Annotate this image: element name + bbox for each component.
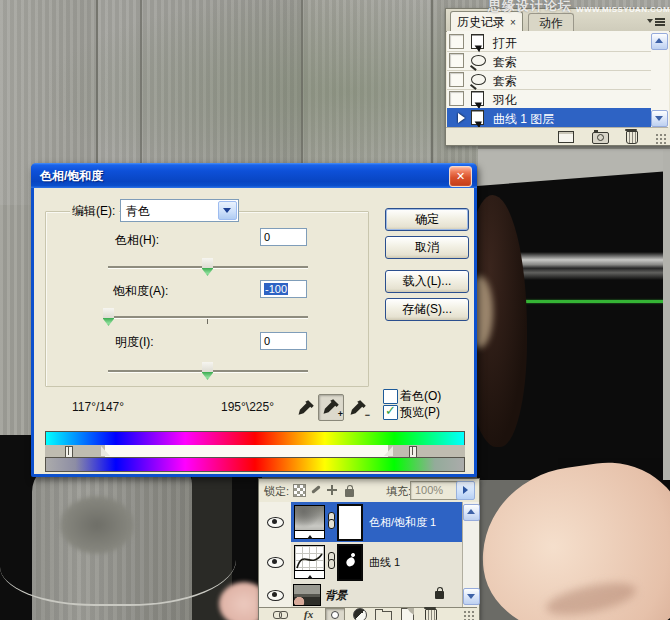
background-thumbnail[interactable] xyxy=(293,584,321,606)
scroll-up-icon[interactable] xyxy=(651,33,668,50)
eyedropper-subtract-icon[interactable]: − xyxy=(346,396,370,421)
history-row[interactable]: 打开 xyxy=(447,32,651,52)
history-source-well[interactable] xyxy=(449,72,464,87)
new-document-from-state-icon[interactable] xyxy=(558,131,574,143)
layer-row-hue-saturation[interactable]: 色相/饱和度 1 xyxy=(259,502,462,542)
adjustment-layer-icon[interactable] xyxy=(353,608,367,620)
ok-button[interactable]: 确定 xyxy=(385,208,469,231)
edit-dropdown-value: 青色 xyxy=(126,203,150,220)
preview-checkbox[interactable]: ✓ xyxy=(383,405,398,420)
layers-panel: 锁定: 填充: 100% 色相/饱和度 1 xyxy=(258,478,480,620)
eye-icon[interactable] xyxy=(267,590,284,601)
fill-arrow-icon[interactable] xyxy=(456,481,475,500)
scroll-down-icon[interactable] xyxy=(463,588,480,605)
eye-icon[interactable] xyxy=(267,517,284,528)
eyedropper-icon[interactable] xyxy=(294,396,318,421)
range-marker-strip xyxy=(45,445,465,457)
history-row[interactable]: 羽化 xyxy=(447,89,651,109)
saturation-input[interactable]: -100 xyxy=(260,280,307,298)
colorize-label: 着色(O) xyxy=(400,388,441,405)
layer-row-background[interactable]: 背景 xyxy=(259,582,462,607)
snapshot-camera-icon[interactable] xyxy=(592,132,609,144)
eyedropper-add-icon[interactable]: + xyxy=(318,394,344,421)
preview-label: 预览(P) xyxy=(400,404,440,421)
photoshop-screenshot: 色相/饱和度 ✕ 编辑(E): 青色 色相(H): 0 饱和度(A): -100 xyxy=(0,0,670,620)
layer-row-body[interactable]: 色相/饱和度 1 xyxy=(291,502,462,543)
dialog-body: 编辑(E): 青色 色相(H): 0 饱和度(A): -100 明度(I): xyxy=(34,188,474,474)
resize-grip[interactable] xyxy=(654,132,668,145)
load-button[interactable]: 载入(L)... xyxy=(385,270,469,293)
document-icon xyxy=(471,110,484,125)
layer-name[interactable]: 背景 xyxy=(325,588,347,603)
selected-text: -100 xyxy=(264,283,288,295)
eye-icon[interactable] xyxy=(267,557,284,568)
photo-right-edge xyxy=(663,150,670,480)
fill-label: 填充: xyxy=(386,484,411,499)
document-icon xyxy=(471,91,484,106)
curves-thumbnail[interactable] xyxy=(294,545,325,579)
save-button[interactable]: 存储(S)... xyxy=(385,298,469,321)
new-layer-icon[interactable] xyxy=(401,608,414,620)
link-layers-icon[interactable] xyxy=(273,611,289,619)
tab-history[interactable]: 历史记录× xyxy=(450,11,523,33)
layer-row-curves[interactable]: 曲线 1 xyxy=(259,542,462,582)
trash-icon[interactable] xyxy=(626,131,638,144)
add-mask-icon[interactable] xyxy=(325,608,345,620)
history-source-well[interactable] xyxy=(449,91,464,106)
saturation-slider-track[interactable] xyxy=(108,316,308,319)
history-tabbar: 历史记录× 动作 xyxy=(446,9,670,32)
history-source-well[interactable] xyxy=(449,34,464,49)
history-source-well[interactable] xyxy=(449,53,464,68)
hue-ramp-result xyxy=(45,457,465,472)
adjustment-thumbnail[interactable] xyxy=(294,505,325,539)
link-mask-icon[interactable] xyxy=(327,512,335,528)
resize-grip[interactable] xyxy=(462,609,476,620)
close-icon[interactable]: ✕ xyxy=(449,166,472,187)
edit-dropdown[interactable]: 青色 xyxy=(120,199,239,222)
cancel-button[interactable]: 取消 xyxy=(385,236,469,259)
history-panel: 历史记录× 动作 打开 套索 套索 xyxy=(445,8,670,146)
hue-ramp-original xyxy=(45,431,465,446)
trash-icon[interactable] xyxy=(425,609,437,620)
layers-lock-row: 锁定: 填充: 100% xyxy=(259,479,477,503)
colorize-checkbox[interactable] xyxy=(383,389,398,404)
lock-position-icon[interactable] xyxy=(326,484,338,496)
layer-style-icon[interactable]: fx xyxy=(304,608,313,620)
scroll-up-icon[interactable] xyxy=(463,504,480,521)
history-row-selected[interactable]: 曲线 1 图层 xyxy=(447,108,651,128)
layers-scrollbar[interactable] xyxy=(462,502,479,607)
hue-label: 色相(H): xyxy=(115,232,159,249)
hue-input[interactable]: 0 xyxy=(260,228,307,246)
visibility-cell[interactable] xyxy=(259,502,292,543)
layer-row-body[interactable]: 背景 xyxy=(291,582,462,608)
history-list: 打开 套索 套索 羽化 曲线 1 图层 xyxy=(447,31,669,127)
tab-close-icon[interactable]: × xyxy=(510,17,516,28)
visibility-cell[interactable] xyxy=(259,582,292,608)
edit-group-frame xyxy=(45,211,369,387)
panel-menu-icon[interactable] xyxy=(647,16,667,28)
layer-mask-thumbnail[interactable] xyxy=(337,544,363,581)
visibility-cell[interactable] xyxy=(259,542,292,583)
layer-name[interactable]: 色相/饱和度 1 xyxy=(369,515,436,530)
layer-row-body[interactable]: 曲线 1 xyxy=(291,542,462,583)
history-row[interactable]: 套索 xyxy=(447,70,651,90)
folder-icon[interactable] xyxy=(375,611,392,620)
history-row[interactable]: 套索 xyxy=(447,51,651,71)
lock-all-icon[interactable] xyxy=(345,489,354,497)
layer-locked-icon xyxy=(435,591,444,599)
lightness-input[interactable]: 0 xyxy=(260,332,307,350)
dialog-titlebar[interactable]: 色相/饱和度 ✕ xyxy=(31,163,477,188)
lock-paint-icon[interactable] xyxy=(309,483,321,495)
history-bottom-bar xyxy=(446,127,668,145)
layer-name[interactable]: 曲线 1 xyxy=(369,555,400,570)
lock-transparency-icon[interactable] xyxy=(293,484,306,497)
layer-mask-thumbnail[interactable] xyxy=(337,504,363,541)
tab-actions[interactable]: 动作 xyxy=(528,13,574,32)
edit-label: 编辑(E): xyxy=(70,203,119,220)
current-state-icon xyxy=(458,113,465,123)
fill-value-box[interactable]: 100% xyxy=(410,481,461,500)
scroll-down-icon[interactable] xyxy=(651,110,668,127)
link-mask-icon[interactable] xyxy=(327,552,335,568)
chevron-down-icon[interactable] xyxy=(218,201,237,220)
photo-wood-knot xyxy=(60,496,134,554)
